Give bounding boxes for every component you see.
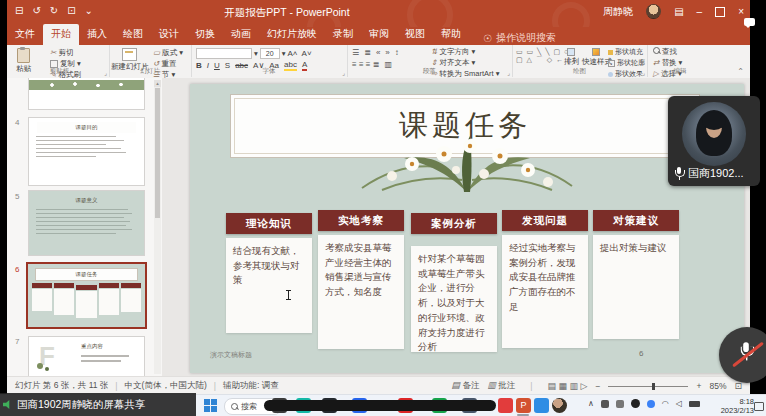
qq-tray-icon[interactable]: [631, 399, 640, 408]
zoom-in-button[interactable]: +: [696, 381, 701, 391]
volume-icon[interactable]: ◁: [676, 399, 682, 408]
font-dialog-launcher[interactable]: ⌟: [342, 69, 345, 76]
grow-font-button[interactable]: A˄: [288, 49, 298, 58]
bullets-button[interactable]: ☰: [352, 48, 359, 57]
thumbnail-slide-3[interactable]: 课题目的及意义: [28, 78, 145, 110]
new-slide-icon: [122, 48, 137, 61]
arrange-icon: [567, 48, 575, 56]
ribbon-tab-row: 文件 开始 插入 绘图 设计 切换 动画 幻灯片放映 录制 审阅 视图 帮助 ☉…: [7, 27, 750, 45]
task-column-3[interactable]: 案例分析 针对某个草莓园或草莓生产带头企业，进行分析，以及对于大的行业环境、政府…: [411, 213, 497, 234]
tab-home[interactable]: 开始: [43, 24, 79, 45]
zoom-slider[interactable]: [608, 386, 688, 387]
shape-fill-button[interactable]: 形状填充: [608, 47, 645, 57]
line-spacing-button[interactable]: ↕: [395, 48, 399, 57]
thumbnail-slide-7[interactable]: F 重点内容: [28, 336, 145, 376]
scissors-icon: ✂: [50, 48, 56, 57]
minimize-button[interactable]: –: [697, 6, 703, 17]
column-body[interactable]: 结合现有文献，参考其现状与对策: [226, 238, 312, 333]
tab-design[interactable]: 设计: [151, 24, 187, 45]
tab-draw[interactable]: 绘图: [115, 24, 151, 45]
taskbar-clock[interactable]: 8:18 2023/2/13: [721, 397, 754, 415]
group-slides: 新建幻灯片 ▭ 版式 ▾ ↺ 重置 ☰ 节 ▾ 幻灯片: [109, 45, 192, 77]
zoom-out-button[interactable]: −: [596, 381, 601, 391]
account-name[interactable]: 周静晓: [603, 5, 633, 19]
shrink-font-button[interactable]: A˅: [302, 49, 312, 58]
decrease-indent-button[interactable]: «: [376, 48, 380, 57]
arrange-button[interactable]: 排列: [564, 46, 579, 67]
accessibility-status[interactable]: 辅助功能: 调查: [223, 380, 279, 392]
scrollbar-thumb[interactable]: [155, 88, 160, 218]
column-body[interactable]: 考察成安县草莓产业经营主体的销售渠道与宣传方式，知名度: [318, 235, 404, 349]
font-name-box[interactable]: [196, 48, 252, 59]
numbering-button[interactable]: ≣: [364, 48, 371, 57]
thumbnail-slide-6-selected[interactable]: 课题任务: [26, 262, 147, 329]
zoom-level[interactable]: 85%: [709, 381, 726, 391]
tab-help[interactable]: 帮助: [433, 24, 469, 45]
increase-indent-button[interactable]: »: [385, 48, 389, 57]
tray-chevron-icon[interactable]: ∧: [588, 399, 594, 408]
avatar[interactable]: [646, 4, 661, 19]
tab-file[interactable]: 文件: [7, 24, 43, 45]
slide-canvas[interactable]: 课题任务: [190, 84, 744, 373]
zoom-slider-thumb[interactable]: [652, 383, 655, 390]
mic-tray-icon[interactable]: [647, 400, 655, 408]
drawing-dialog-launcher[interactable]: ⌟: [642, 69, 645, 76]
thumbnail-slide-4[interactable]: 课题目的: [28, 117, 145, 186]
group-clipboard: 粘贴 ✂ 剪切 复制 ▾ ✎ 格式刷 剪贴板 ⌟: [10, 45, 110, 77]
task-column-2[interactable]: 实地考察 考察成安县草莓产业经营主体的销售渠道与宣传方式，知名度: [318, 210, 404, 231]
start-button[interactable]: [204, 399, 217, 412]
tab-transitions[interactable]: 切换: [187, 24, 223, 45]
tab-view[interactable]: 视图: [397, 24, 433, 45]
speaker-icon: [3, 400, 12, 409]
tab-slideshow[interactable]: 幻灯片放映: [259, 24, 325, 45]
column-body[interactable]: 针对某个草莓园或草莓生产带头企业，进行分析，以及对于大的行业环境、政府支持力度进…: [411, 246, 497, 352]
tray-app-icon[interactable]: [601, 400, 609, 408]
battery-icon[interactable]: [689, 401, 700, 407]
align-text-icon: ⇕: [431, 58, 437, 67]
tell-me-search[interactable]: ☉ 操作说明搜索: [483, 31, 556, 45]
tab-animations[interactable]: 动画: [223, 24, 259, 45]
powerpoint-taskbar-icon[interactable]: P: [516, 398, 531, 413]
participant-video-tile[interactable]: 国商1902...: [668, 96, 760, 186]
taskbar-app-icon-red[interactable]: [498, 398, 513, 413]
notes-icon: ▤: [452, 380, 461, 390]
tray-app-icon[interactable]: [616, 400, 624, 408]
comments-button[interactable]: ▥ 批注: [487, 380, 515, 392]
restore-button[interactable]: [715, 7, 725, 17]
clipboard-dialog-launcher[interactable]: ⌟: [104, 69, 107, 76]
group-paragraph: ☰ ≣ « » ↕ ≡ ≡ ≡ ≣ ▥ ⇅ 文字方向 ▾ ⇕ 对齐文本 ▾ ⇨ …: [347, 45, 513, 77]
wifi-icon[interactable]: ◠: [662, 399, 669, 408]
thumbnail-slide-5[interactable]: 课题意义: [28, 190, 145, 256]
meeting-app-taskbar-icon[interactable]: [534, 398, 549, 413]
thumbnail-scrollbar[interactable]: ▴: [154, 80, 161, 374]
paragraph-dialog-launcher[interactable]: ⌟: [507, 69, 510, 76]
column-body[interactable]: 提出对策与建议: [593, 235, 679, 339]
task-column-4[interactable]: 发现问题 经过实地考察与案例分析，发现成安县在品牌推广方面存在的不足: [502, 210, 588, 231]
cut-button[interactable]: ✂ 剪切: [50, 48, 81, 58]
scroll-up-arrow[interactable]: ▴: [154, 80, 161, 87]
meeting-floating-toolbar[interactable]: [264, 400, 496, 411]
task-column-5[interactable]: 对策建议 提出对策与建议: [593, 210, 679, 231]
find-icon: [653, 47, 660, 54]
find-button[interactable]: 查找: [653, 47, 682, 57]
notes-button[interactable]: ▤ 备注: [452, 380, 480, 392]
view-buttons[interactable]: ▤ ▦ ▥ ▷: [548, 381, 588, 391]
task-column-1[interactable]: 理论知识 结合现有文献，参考其现状与对策: [226, 213, 312, 234]
layout-button[interactable]: ▭ 版式 ▾: [153, 48, 183, 58]
taskbar-avatar-icon[interactable]: [552, 398, 567, 413]
notification-center-icon[interactable]: [754, 402, 764, 411]
titlebar: ⊟ ↺ ↻ ⊡ ⌄ 开题报告PPT - PowerPoint 周静晓 ▤ – ×: [7, 0, 750, 27]
text-direction-button[interactable]: ⇅ 文字方向 ▾: [431, 47, 499, 57]
tab-review[interactable]: 审阅: [361, 24, 397, 45]
tab-insert[interactable]: 插入: [79, 24, 115, 45]
mute-microphone-button[interactable]: [719, 327, 766, 383]
collapse-ribbon-icon[interactable]: ⌃: [737, 67, 744, 76]
tab-record[interactable]: 录制: [325, 24, 361, 45]
language-indicator[interactable]: 中文(简体，中国大陆): [125, 380, 207, 392]
chat-bubble-icon[interactable]: [744, 18, 755, 26]
close-button[interactable]: ×: [738, 6, 744, 17]
floral-decoration: [352, 130, 582, 194]
column-body[interactable]: 经过实地考察与案例分析，发现成安县在品牌推广方面存在的不足: [502, 235, 588, 348]
font-size-box[interactable]: 20: [260, 48, 280, 59]
ribbon-display-options-icon[interactable]: ▤: [674, 6, 683, 17]
